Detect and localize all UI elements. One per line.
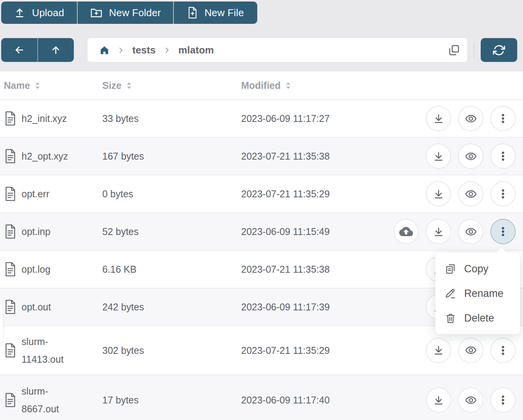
eye-icon (465, 225, 477, 238)
new-file-button-label: New File (205, 7, 244, 19)
new-file-icon (187, 7, 198, 19)
home-icon[interactable] (99, 45, 110, 55)
new-folder-button-label: New Folder (109, 7, 161, 19)
download-icon (433, 226, 445, 238)
menu-item-rename[interactable]: Rename (435, 281, 520, 306)
file-icon (4, 393, 17, 408)
table-row[interactable]: opt.err 0 bytes 2023-07-21 11:35:29 (0, 175, 523, 212)
vertical-dots-icon (497, 188, 509, 200)
file-name: h2_init.xyz (22, 110, 83, 127)
eye-icon (465, 344, 477, 357)
preview-button[interactable] (458, 143, 483, 169)
eye-icon (465, 112, 477, 125)
file-table: Name Size Modified h2_init.xyz 33 bytes … (0, 72, 523, 420)
refresh-button[interactable] (481, 38, 517, 62)
file-name: slurm-11413.out (22, 333, 83, 368)
new-file-button[interactable]: New File (173, 2, 257, 24)
chevron-right-icon (118, 47, 124, 54)
preview-button[interactable] (458, 387, 483, 413)
more-actions-button[interactable] (490, 338, 516, 363)
download-icon (433, 113, 445, 125)
download-icon (433, 344, 445, 356)
file-name: h2_opt.xyz (22, 147, 83, 165)
more-actions-button[interactable] (490, 181, 516, 207)
download-button[interactable] (426, 219, 451, 244)
table-header: Name Size Modified (0, 72, 523, 99)
breadcrumb-item-tests[interactable]: tests (132, 44, 156, 56)
upload-button[interactable]: Upload (1, 2, 77, 24)
menu-item-copy[interactable]: Copy (435, 257, 520, 281)
column-label: Modified (241, 80, 281, 91)
file-size: 33 bytes (102, 113, 139, 124)
column-header-modified[interactable]: Modified (241, 72, 291, 99)
copy-path-icon (448, 44, 460, 57)
file-size: 302 bytes (102, 345, 144, 356)
column-header-name[interactable]: Name (4, 72, 41, 99)
file-size: 242 bytes (102, 302, 144, 313)
file-name: opt.log (22, 260, 83, 278)
nav-button-group (1, 38, 74, 62)
table-row-selected[interactable]: opt.inp 52 bytes 2023-06-09 11:15:49 (0, 212, 523, 250)
more-actions-button-active[interactable] (490, 219, 516, 244)
file-name: opt.inp (22, 223, 83, 240)
file-modified: 2023-07-21 11:35:38 (241, 151, 330, 162)
menu-item-label: Copy (464, 263, 488, 275)
file-name: opt.out (22, 298, 83, 316)
file-modified: 2023-07-21 11:35:29 (241, 188, 330, 200)
vertical-dots-icon (497, 113, 509, 124)
more-actions-button[interactable] (490, 106, 516, 131)
download-button[interactable] (426, 338, 451, 363)
menu-item-label: Rename (464, 288, 503, 300)
column-label: Size (102, 80, 122, 91)
vertical-dots-icon (497, 394, 509, 406)
sort-icon (34, 81, 41, 90)
preview-button[interactable] (458, 106, 483, 131)
file-size: 17 bytes (102, 395, 139, 406)
file-modified: 2023-06-09 11:17:39 (241, 302, 330, 313)
cloud-upload-button[interactable] (393, 219, 419, 244)
download-icon (433, 188, 445, 200)
download-icon (433, 150, 445, 162)
menu-item-delete[interactable]: Delete (435, 306, 520, 330)
file-icon (4, 224, 17, 239)
preview-button[interactable] (458, 181, 483, 207)
partial-popup-edge (0, 305, 3, 343)
column-header-size[interactable]: Size (102, 72, 132, 99)
file-icon (4, 262, 17, 277)
upload-button-label: Upload (32, 7, 64, 19)
file-icon (4, 187, 17, 202)
toolbar: Upload New Folder New File (1, 2, 257, 24)
refresh-icon (493, 44, 505, 57)
new-folder-button[interactable]: New Folder (77, 2, 173, 24)
copy-path-button[interactable] (448, 44, 460, 57)
vertical-dots-icon (497, 226, 509, 237)
column-label: Name (4, 80, 30, 91)
file-size: 0 bytes (102, 188, 133, 200)
download-button[interactable] (426, 387, 451, 413)
file-icon (4, 111, 17, 126)
table-row[interactable]: h2_opt.xyz 167 bytes 2023-07-21 11:35:38 (0, 137, 523, 175)
table-row[interactable]: h2_init.xyz 33 bytes 2023-06-09 11:17:27 (0, 99, 523, 137)
download-button[interactable] (426, 106, 451, 131)
more-actions-button[interactable] (490, 143, 516, 169)
nav-divider (474, 43, 475, 57)
file-size: 167 bytes (102, 151, 144, 162)
breadcrumb: tests mlatom (88, 38, 467, 62)
download-button[interactable] (426, 181, 451, 207)
table-row[interactable]: slurm-8667.out 17 bytes 2023-06-09 11:17… (0, 374, 523, 420)
preview-button[interactable] (458, 219, 483, 244)
sort-icon (285, 81, 291, 90)
download-button[interactable] (426, 143, 451, 169)
sort-icon (126, 81, 132, 90)
eye-icon (465, 188, 477, 200)
more-actions-button[interactable] (490, 387, 516, 413)
preview-button[interactable] (458, 338, 483, 363)
file-name: opt.err (22, 185, 83, 203)
chevron-right-icon (164, 47, 170, 54)
copy-icon (445, 263, 456, 275)
menu-item-label: Delete (464, 312, 494, 324)
up-button[interactable] (37, 38, 74, 62)
breadcrumb-item-mlatom[interactable]: mlatom (178, 44, 214, 56)
back-button[interactable] (1, 38, 37, 62)
cloud-upload-icon (399, 226, 413, 237)
